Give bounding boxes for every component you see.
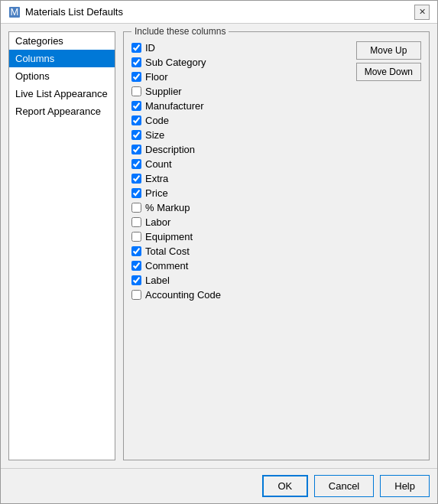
move-down-button[interactable]: Move Down <box>356 63 421 81</box>
column-checkbox-description[interactable] <box>131 145 141 154</box>
column-label[interactable]: Labor <box>145 216 170 228</box>
columns-fieldset: Include these columns IDSub CategoryFloo… <box>123 31 430 460</box>
column-checkbox-code[interactable] <box>131 115 141 125</box>
title-bar: M Materials List Defaults ✕ <box>1 1 437 24</box>
column-checkbox-price[interactable] <box>131 188 141 198</box>
column-checkbox-labor[interactable] <box>131 217 141 227</box>
svg-text:M: M <box>11 6 19 18</box>
footer: OK Cancel Help <box>1 468 437 503</box>
ok-button[interactable]: OK <box>262 475 308 497</box>
column-label[interactable]: Sub Category <box>145 57 206 68</box>
column-checkbox-supplier[interactable] <box>131 86 141 96</box>
column-checkbox-equipment[interactable] <box>131 232 141 242</box>
list-item: Equipment <box>131 230 350 243</box>
columns-legend: Include these columns <box>131 26 229 37</box>
column-checkbox-id[interactable] <box>131 43 141 53</box>
column-label[interactable]: Supplier <box>145 86 182 97</box>
column-checkbox-label[interactable] <box>131 275 141 285</box>
close-button[interactable]: ✕ <box>414 5 430 20</box>
list-item: Count <box>131 158 350 171</box>
column-label[interactable]: Equipment <box>145 231 193 242</box>
list-item: Price <box>131 187 350 200</box>
list-item: Description <box>131 143 350 156</box>
column-label[interactable]: Floor <box>145 71 168 83</box>
list-item: Size <box>131 128 350 141</box>
dialog-title: Materials List Defaults <box>25 6 123 18</box>
column-label[interactable]: Label <box>145 275 170 286</box>
sidebar-item-categories[interactable]: Categories <box>9 32 115 50</box>
content-area: CategoriesColumnsOptionsLive List Appear… <box>1 24 437 468</box>
list-item: Extra <box>131 172 350 185</box>
sidebar-item-options[interactable]: Options <box>9 67 115 85</box>
list-item: Total Cost <box>131 245 350 258</box>
sidebar: CategoriesColumnsOptionsLive List Appear… <box>8 31 115 460</box>
column-label[interactable]: Total Cost <box>145 245 190 257</box>
list-item: Accounting Code <box>131 288 350 301</box>
sidebar-item-columns[interactable]: Columns <box>9 50 115 67</box>
column-checkbox-manufacturer[interactable] <box>131 101 141 111</box>
sidebar-item-live-list-appearance[interactable]: Live List Appearance <box>9 85 115 102</box>
main-panel: Include these columns IDSub CategoryFloo… <box>123 31 430 460</box>
dialog: M Materials List Defaults ✕ CategoriesCo… <box>0 0 438 504</box>
checkbox-list: IDSub CategoryFloorSupplierManufacturerC… <box>131 38 350 454</box>
column-checkbox-comment[interactable] <box>131 261 141 271</box>
list-item: Label <box>131 274 350 287</box>
column-checkbox-floor[interactable] <box>131 72 141 82</box>
cancel-button[interactable]: Cancel <box>314 475 374 497</box>
column-checkbox-extra[interactable] <box>131 174 141 184</box>
move-up-button[interactable]: Move Up <box>356 41 421 60</box>
column-label[interactable]: ID <box>145 42 155 54</box>
column-label[interactable]: Manufacturer <box>145 100 204 112</box>
list-item: Supplier <box>131 85 350 98</box>
column-checkbox-accounting-code[interactable] <box>131 290 141 300</box>
buttons-column: Move Up Move Down <box>356 38 421 454</box>
column-label[interactable]: Price <box>145 187 168 199</box>
column-checkbox-size[interactable] <box>131 130 141 140</box>
column-label[interactable]: Count <box>145 158 172 170</box>
column-checkbox-total-cost[interactable] <box>131 246 141 256</box>
list-item: % Markup <box>131 201 350 214</box>
column-label[interactable]: Accounting Code <box>145 289 221 301</box>
column-label[interactable]: Size <box>145 129 164 141</box>
list-item: Code <box>131 114 350 127</box>
list-item: Manufacturer <box>131 99 350 112</box>
column-label[interactable]: Comment <box>145 260 188 272</box>
column-checkbox-count[interactable] <box>131 159 141 169</box>
list-item: Sub Category <box>131 56 350 69</box>
column-label[interactable]: Description <box>145 144 195 155</box>
list-item: Labor <box>131 216 350 229</box>
help-button[interactable]: Help <box>380 475 430 497</box>
column-label[interactable]: Code <box>145 115 169 126</box>
column-label[interactable]: Extra <box>145 173 168 184</box>
list-item: ID <box>131 41 350 54</box>
column-checkbox-sub-category[interactable] <box>131 57 141 67</box>
list-item: Floor <box>131 70 350 83</box>
column-checkbox-%-markup[interactable] <box>131 203 141 213</box>
sidebar-item-report-appearance[interactable]: Report Appearance <box>9 102 115 120</box>
list-item: Comment <box>131 259 350 272</box>
column-label[interactable]: % Markup <box>145 202 190 213</box>
dialog-icon: M <box>8 6 21 18</box>
